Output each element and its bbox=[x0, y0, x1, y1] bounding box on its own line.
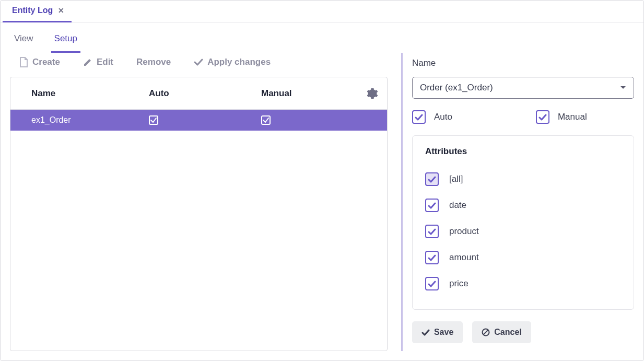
attr-price[interactable]: price bbox=[425, 271, 621, 297]
tab-setup-label: Setup bbox=[54, 33, 77, 43]
attributes-title: Attributes bbox=[425, 146, 621, 157]
table-header: Name Auto Manual bbox=[10, 77, 387, 110]
auto-checkbox[interactable]: Auto bbox=[412, 110, 452, 124]
left-pane: Create Edit Remove bbox=[10, 53, 388, 351]
checkbox-icon bbox=[536, 110, 549, 124]
entity-select[interactable]: Order (ex1_Order) bbox=[412, 77, 634, 99]
remove-button[interactable]: Remove bbox=[136, 57, 171, 67]
create-button[interactable]: Create bbox=[19, 57, 60, 67]
top-tabs-row: Entity Log ✕ bbox=[1, 1, 643, 22]
td-name: ex1_Order bbox=[31, 115, 149, 125]
th-name[interactable]: Name bbox=[31, 88, 149, 99]
manual-checkbox[interactable]: Manual bbox=[536, 110, 587, 124]
edit-label: Edit bbox=[97, 57, 113, 67]
attr-amount[interactable]: amount bbox=[425, 244, 621, 271]
tab-setup[interactable]: Setup bbox=[51, 28, 80, 53]
check-icon bbox=[421, 329, 430, 336]
checkbox-icon bbox=[425, 199, 439, 212]
chevron-down-icon bbox=[620, 86, 626, 90]
cancel-button[interactable]: Cancel bbox=[472, 321, 531, 343]
checkbox-icon bbox=[425, 172, 439, 186]
attr-date[interactable]: date bbox=[425, 192, 621, 218]
flags-row: Auto Manual bbox=[412, 110, 634, 124]
tab-title: Entity Log bbox=[12, 6, 53, 15]
tab-view-label: View bbox=[14, 33, 33, 43]
edit-button[interactable]: Edit bbox=[83, 57, 113, 67]
gear-icon[interactable] bbox=[367, 88, 378, 99]
checkbox-icon bbox=[425, 251, 439, 264]
remove-label: Remove bbox=[136, 57, 171, 67]
checkbox-icon bbox=[425, 277, 439, 290]
pencil-icon bbox=[83, 57, 92, 67]
td-auto-check bbox=[149, 115, 261, 125]
attr-label: date bbox=[449, 200, 466, 211]
close-icon[interactable]: ✕ bbox=[58, 7, 64, 14]
create-label: Create bbox=[32, 57, 60, 67]
save-label: Save bbox=[434, 328, 453, 337]
th-manual[interactable]: Manual bbox=[261, 88, 367, 99]
checkbox-icon bbox=[425, 225, 439, 238]
toolbar: Create Edit Remove bbox=[10, 53, 388, 77]
tab-view[interactable]: View bbox=[11, 28, 37, 53]
apply-label: Apply changes bbox=[207, 57, 271, 67]
auto-label: Auto bbox=[434, 112, 452, 122]
name-label: Name bbox=[412, 58, 634, 68]
attr-all[interactable]: [all] bbox=[425, 166, 621, 192]
nav-tabs: View Setup bbox=[1, 22, 643, 53]
content-row: Create Edit Remove bbox=[1, 53, 643, 360]
entity-table: Name Auto Manual ex1_Order bbox=[10, 77, 388, 351]
manual-label: Manual bbox=[558, 112, 587, 122]
svg-line-3 bbox=[484, 330, 488, 335]
apply-button[interactable]: Apply changes bbox=[194, 57, 271, 67]
td-manual-check bbox=[261, 115, 378, 125]
attr-label: product bbox=[449, 226, 479, 237]
tab-entity-log[interactable]: Entity Log ✕ bbox=[3, 1, 72, 22]
table-row[interactable]: ex1_Order bbox=[10, 110, 387, 131]
checkbox-icon bbox=[412, 110, 426, 124]
action-row: Save Cancel bbox=[412, 321, 634, 343]
cancel-label: Cancel bbox=[494, 328, 521, 337]
right-pane: Name Order (ex1_Order) Auto bbox=[401, 53, 634, 351]
attributes-panel: Attributes [all] date bbox=[412, 135, 634, 310]
th-auto[interactable]: Auto bbox=[149, 88, 261, 99]
document-icon bbox=[19, 57, 28, 67]
attr-label: amount bbox=[449, 252, 479, 263]
save-button[interactable]: Save bbox=[412, 321, 463, 343]
attr-label: [all] bbox=[449, 174, 463, 184]
attr-label: price bbox=[449, 278, 469, 289]
entity-select-value: Order (ex1_Order) bbox=[420, 83, 493, 93]
app-window: Entity Log ✕ View Setup bbox=[0, 0, 644, 361]
ban-icon bbox=[482, 328, 490, 336]
attr-product[interactable]: product bbox=[425, 218, 621, 244]
check-icon bbox=[194, 59, 203, 66]
